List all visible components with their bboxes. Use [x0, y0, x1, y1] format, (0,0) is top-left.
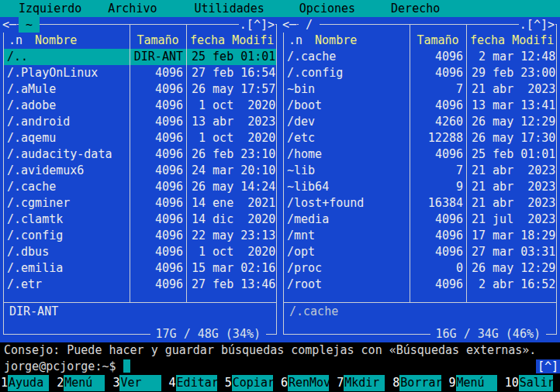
file-name: /proc: [284, 260, 410, 277]
column-header-mtime[interactable]: fecha Modifi: [186, 33, 276, 49]
file-row[interactable]: /.adobe4096 1 oct 2020: [4, 98, 276, 114]
fkey-1[interactable]: 1Ayuda: [0, 375, 56, 391]
file-name: ~lib: [284, 163, 410, 179]
file-size: 7: [410, 163, 466, 179]
hint-line: Consejo: Puede hacer y guardar búsquedas…: [0, 342, 560, 358]
file-mtime: 27 mar 03:31: [466, 244, 556, 260]
file-row[interactable]: /.cache4096 2 mar 12:48: [284, 49, 556, 65]
command-history-icon[interactable]: [^]: [536, 359, 560, 373]
file-row[interactable]: /.cache409626 may 14:24: [4, 179, 276, 195]
file-row[interactable]: /boot409613 mar 13:41: [284, 98, 556, 114]
panel-border: [276, 24, 277, 335]
mini-status-separator: [4, 302, 276, 303]
fkey-4[interactable]: 4Editar: [168, 375, 224, 391]
text-cursor: [123, 359, 130, 373]
file-row[interactable]: /media409621 jul 2023: [284, 211, 556, 228]
panel-path[interactable]: /: [299, 17, 320, 33]
menu-item-archivo[interactable]: Archivo: [108, 2, 157, 15]
file-size: 4096: [130, 228, 186, 244]
menu-item-utilidades[interactable]: Utilidades: [195, 2, 264, 15]
file-row[interactable]: /.PlayOnLinux409627 feb 16:54: [4, 65, 276, 81]
file-mtime: 1 oct 2020: [186, 244, 276, 260]
column-header-name[interactable]: .n Nombre: [4, 33, 130, 49]
file-row[interactable]: /opt409627 mar 03:31: [284, 244, 556, 260]
file-row[interactable]: /.etr409627 feb 13:46: [4, 277, 276, 293]
file-mtime: 17 mar 18:29: [466, 228, 556, 244]
fkey-number: 3: [112, 375, 119, 391]
shell-prompt: jorge@pcjorge:~$: [4, 359, 116, 373]
file-row[interactable]: /etc1228826 may 17:30: [284, 130, 556, 146]
file-mtime: 29 feb 23:00: [466, 65, 556, 81]
panel-path[interactable]: ~: [19, 17, 40, 33]
file-mtime: 24 mar 20:10: [186, 163, 276, 179]
file-size: 4096: [410, 146, 466, 163]
fkey-label: RenMov: [288, 375, 329, 391]
file-size: 4096: [130, 65, 186, 81]
column-header-mtime[interactable]: fecha Modifi: [466, 33, 556, 49]
file-row[interactable]: /dev426026 may 12:29: [284, 114, 556, 130]
file-row[interactable]: /.config409622 may 23:13: [4, 228, 276, 244]
file-row[interactable]: /.clamtk409614 dic 2020: [4, 211, 276, 228]
file-row[interactable]: /proc026 may 12:29: [284, 260, 556, 277]
file-name: /.cgminer: [4, 195, 130, 211]
column-header-size[interactable]: Tamaño: [130, 33, 186, 49]
file-name: /.etr: [4, 277, 130, 293]
panel-up-controls-icon[interactable]: .[^]>: [239, 17, 275, 33]
file-size: 4096: [410, 277, 466, 293]
column-header-name[interactable]: .n Nombre: [284, 33, 410, 49]
fkey-number: 4: [168, 375, 176, 391]
history-back-icon[interactable]: <─: [282, 17, 297, 33]
file-row[interactable]: /home409625 feb 01:01: [284, 146, 556, 163]
fkey-2[interactable]: 2Menú: [56, 375, 112, 391]
file-row[interactable]: /root4096 2 abr 16:52: [284, 277, 556, 293]
file-mtime: 1 oct 2020: [186, 130, 276, 146]
mc-window: IzquierdoArchivoUtilidadesOpcionesDerech…: [0, 0, 560, 392]
fkey-8[interactable]: 8Borrar: [392, 375, 448, 391]
file-name: /media: [284, 211, 410, 228]
file-mtime: 21 abr 2023: [466, 81, 556, 98]
fkey-7[interactable]: 7Mkdir: [336, 375, 392, 391]
fkey-6[interactable]: 6RenMov: [280, 375, 336, 391]
column-separator: [186, 25, 187, 302]
file-name: /.emilia: [4, 260, 130, 277]
file-row[interactable]: /.dbus4096 1 oct 2020: [4, 244, 276, 260]
file-size: 4096: [130, 277, 186, 293]
free-space: 16G / 34G (46%): [430, 326, 546, 342]
file-size: 4096: [410, 49, 466, 65]
file-row[interactable]: ~lib721 abr 2023: [284, 163, 556, 179]
file-row[interactable]: /.aqemu4096 1 oct 2020: [4, 130, 276, 146]
fkey-9[interactable]: 9Menú: [448, 375, 504, 391]
history-back-icon[interactable]: <─: [2, 17, 17, 33]
fkey-10[interactable]: 10Salir: [504, 375, 560, 391]
file-name: /etc: [284, 130, 410, 146]
file-size: 4096: [130, 211, 186, 228]
menu-item-derecho[interactable]: Derecho: [391, 2, 440, 15]
file-name: /opt: [284, 244, 410, 260]
file-name: /.config: [4, 228, 130, 244]
panel-up-controls-icon[interactable]: .[^]>: [519, 17, 555, 33]
menu-item-izquierdo[interactable]: Izquierdo: [19, 2, 81, 15]
file-row[interactable]: /.audacity-data409626 feb 23:10: [4, 146, 276, 163]
file-row[interactable]: /.android409613 abr 2023: [4, 114, 276, 130]
menu-item-opciones[interactable]: Opciones: [299, 2, 355, 15]
file-row[interactable]: ~bin721 abr 2023: [284, 81, 556, 98]
file-name: /boot: [284, 98, 410, 114]
file-row[interactable]: /lost+found1638421 abr 2023: [284, 195, 556, 211]
file-row[interactable]: /.aMule409626 may 17:57: [4, 81, 276, 98]
file-row[interactable]: /.avidemux6409624 mar 20:10: [4, 163, 276, 179]
file-row[interactable]: /.emilia409615 mar 02:16: [4, 260, 276, 277]
file-row[interactable]: /..DIR-ANT25 feb 01:01: [4, 49, 276, 65]
file-row[interactable]: ~lib64921 abr 2023: [284, 179, 556, 195]
column-header-size[interactable]: Tamaño: [410, 33, 466, 49]
column-headers: .n Nombre Tamaño fecha Modifi: [284, 33, 556, 49]
fkey-3[interactable]: 3Ver: [112, 375, 168, 391]
command-line[interactable]: jorge@pcjorge:~$ [^]: [0, 358, 560, 374]
file-mtime: 26 may 17:57: [186, 81, 276, 98]
file-name: /.dbus: [4, 244, 130, 260]
file-row[interactable]: /.config409629 feb 23:00: [284, 65, 556, 81]
fkey-5[interactable]: 5Copiar: [224, 375, 280, 391]
file-row[interactable]: /.cgminer409614 ene 2021: [4, 195, 276, 211]
file-name: /.aqemu: [4, 130, 130, 146]
file-row[interactable]: /mnt409617 mar 18:29: [284, 228, 556, 244]
file-mtime: 1 oct 2020: [186, 98, 276, 114]
